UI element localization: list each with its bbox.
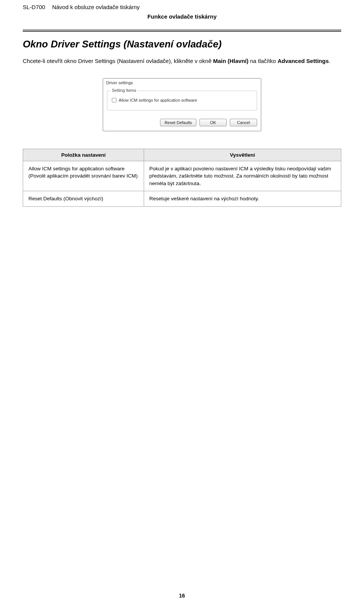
intro-mid: na tlačítko [248, 58, 278, 64]
intro-post: . [329, 58, 330, 64]
dialog-titlebar: Driver settings [103, 79, 261, 87]
dialog-body: Setting Items Allow ICM settings for app… [103, 87, 261, 115]
groupbox-title: Setting Items [110, 88, 138, 93]
intro-bold-adv: Advanced Settings [278, 58, 329, 64]
table-row: Allow ICM settings for application softw… [23, 161, 341, 191]
cell-left: Allow ICM settings for application softw… [23, 161, 144, 191]
divider-thin [23, 30, 341, 30]
intro-pre: Chcete-li otevřít okno Driver Settings (… [23, 58, 213, 64]
header-right: Vysvětlení [144, 149, 341, 161]
setting-items-group: Setting Items Allow ICM settings for app… [107, 91, 257, 110]
table-header-row: Položka nastavení Vysvětlení [23, 149, 341, 161]
table-row: Reset Defaults (Obnovit výchozí) Resetuj… [23, 191, 341, 207]
page: SL-D700 Návod k obsluze ovladače tiskárn… [0, 0, 364, 607]
intro-paragraph: Chcete-li otevřít okno Driver Settings (… [23, 57, 341, 65]
cell-right: Pokud je v aplikaci povoleno nastavení I… [144, 161, 341, 191]
reset-defaults-button[interactable]: Reset Defaults [160, 119, 196, 126]
intro-bold-main: Main (Hlavní) [213, 58, 248, 64]
driver-settings-dialog: Driver settings Setting Items Allow ICM … [103, 78, 261, 131]
header-left: Položka nastavení [23, 149, 144, 161]
model-code: SL-D700 [23, 4, 45, 10]
allow-icm-checkbox-row[interactable]: Allow ICM settings for application softw… [112, 98, 252, 102]
allow-icm-checkbox[interactable] [112, 98, 116, 102]
section-label: Funkce ovladače tiskárny [23, 13, 341, 20]
cell-right: Resetuje veškeré nastavení na výchozí ho… [144, 191, 341, 207]
page-number: 16 [0, 593, 364, 599]
allow-icm-label: Allow ICM settings for application softw… [119, 98, 197, 102]
page-title: Okno Driver Settings (Nastavení ovladače… [23, 38, 341, 50]
dialog-screenshot: Driver settings Setting Items Allow ICM … [23, 78, 341, 131]
running-header: SL-D700 Návod k obsluze ovladače tiskárn… [23, 4, 341, 10]
divider-thick [23, 31, 341, 31]
doc-title: Návod k obsluze ovladače tiskárny [52, 4, 140, 10]
cell-left: Reset Defaults (Obnovit výchozí) [23, 191, 144, 207]
ok-button[interactable]: OK [199, 119, 227, 126]
dialog-button-row: Reset Defaults OK Cancel [103, 115, 261, 131]
settings-table: Položka nastavení Vysvětlení Allow ICM s… [23, 149, 341, 207]
cancel-button[interactable]: Cancel [230, 119, 257, 126]
